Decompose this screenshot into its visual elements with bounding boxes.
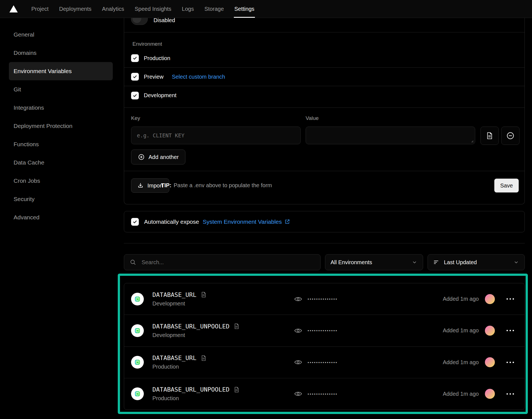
env-var-row[interactable]: DATABASE_URL_UNPOOLED Production •••••••… <box>124 378 525 410</box>
neon-logo-icon <box>133 295 142 303</box>
env-var-info: DATABASE_URL Development <box>152 291 207 307</box>
neon-integration-icon <box>131 293 144 305</box>
divider <box>124 243 525 243</box>
expose-system-env-checkbox[interactable] <box>131 218 139 226</box>
nav-tab-analytics[interactable]: Analytics <box>97 0 129 18</box>
sidebar-item-functions[interactable]: Functions <box>9 135 113 153</box>
sidebar-item-environment-variables[interactable]: Environment Variables <box>9 62 113 80</box>
nav-tab-deployments[interactable]: Deployments <box>54 0 97 18</box>
note-icon[interactable] <box>233 323 240 330</box>
sort-dropdown-value: Last Updated <box>444 259 509 266</box>
neon-logo-icon <box>133 358 142 366</box>
development-checkbox[interactable] <box>131 92 139 99</box>
added-timestamp: Added 1m ago <box>443 359 479 366</box>
search-input[interactable] <box>141 259 315 266</box>
nav-tab-settings[interactable]: Settings <box>229 0 260 18</box>
nav-tab-label: Logs <box>182 6 194 12</box>
nav-tab-label: Project <box>31 6 48 12</box>
eye-icon[interactable] <box>294 390 302 397</box>
note-icon[interactable] <box>200 355 207 361</box>
eye-icon[interactable] <box>294 359 302 366</box>
env-var-meta: Added 1m ago <box>443 326 515 336</box>
paste-env-file-button[interactable] <box>480 127 499 145</box>
masked-value: •••••••••••••• <box>308 297 338 301</box>
nav-tab-storage[interactable]: Storage <box>199 0 229 18</box>
environment-section-label: Environment <box>132 41 162 47</box>
add-env-var-panel: Disabled Environment Production Preview … <box>124 8 525 204</box>
value-input[interactable] <box>306 127 475 144</box>
add-another-label: Add another <box>149 154 179 160</box>
env-var-key: DATABASE_URL <box>152 354 196 361</box>
env-var-key: DATABASE_URL <box>152 291 196 298</box>
key-input[interactable] <box>131 127 301 144</box>
note-icon[interactable] <box>200 291 207 298</box>
env-var-environment: Production <box>152 364 207 370</box>
search-box <box>124 254 321 270</box>
divider <box>124 107 525 108</box>
tip-text: TIP:Paste a .env above to populate the f… <box>161 182 272 189</box>
import-download-icon <box>137 182 144 189</box>
nav-tab-project[interactable]: Project <box>26 0 54 18</box>
env-var-secret: •••••••••••••• <box>294 295 338 303</box>
row-menu-button[interactable] <box>506 328 515 333</box>
nav-tab-label: Analytics <box>102 6 124 12</box>
vercel-logo[interactable] <box>0 0 26 18</box>
divider <box>124 171 525 171</box>
environment-option-preview: Preview Select custom branch <box>124 68 525 86</box>
nav-tab-label: Settings <box>234 6 254 12</box>
check-icon <box>133 93 137 98</box>
sidebar-item-domains[interactable]: Domains <box>9 44 113 62</box>
user-avatar <box>485 294 495 304</box>
user-avatar <box>485 389 495 399</box>
sidebar-item-git[interactable]: Git <box>9 80 113 99</box>
eye-icon[interactable] <box>294 295 302 303</box>
neon-integration-icon <box>131 324 144 337</box>
check-icon <box>133 220 137 224</box>
key-field-label: Key <box>131 115 140 121</box>
masked-value: •••••••••••••• <box>308 328 338 333</box>
expose-label: Automatically expose <box>144 219 199 225</box>
sidebar-item-cron-jobs[interactable]: Cron Jobs <box>9 172 113 190</box>
system-env-vars-panel: Automatically expose System Environment … <box>124 211 525 232</box>
save-button[interactable]: Save <box>494 179 519 192</box>
env-var-environment: Development <box>152 332 240 338</box>
eye-icon[interactable] <box>294 327 302 334</box>
value-input-wrap <box>306 127 475 144</box>
production-checkbox[interactable] <box>131 54 139 62</box>
sort-dropdown[interactable]: Last Updated <box>428 254 525 270</box>
production-checkbox-label: Production <box>144 55 170 61</box>
row-menu-button[interactable] <box>506 392 515 396</box>
env-var-environment: Production <box>152 395 240 402</box>
sidebar-item-deployment-protection[interactable]: Deployment Protection <box>9 117 113 135</box>
sidebar-item-general[interactable]: General <box>9 25 113 44</box>
environment-filter-dropdown[interactable]: All Environments <box>325 254 423 270</box>
env-var-row[interactable]: DATABASE_URL Production •••••••••••••• A… <box>124 346 525 378</box>
select-custom-branch-link[interactable]: Select custom branch <box>172 74 225 80</box>
nav-tab-speed-insights[interactable]: Speed Insights <box>129 0 177 18</box>
env-var-info: DATABASE_URL_UNPOOLED Production <box>152 386 240 402</box>
nav-tab-logs[interactable]: Logs <box>177 0 199 18</box>
preview-checkbox[interactable] <box>131 73 139 81</box>
system-env-vars-link[interactable]: System Environment Variables <box>203 219 290 225</box>
vercel-triangle-icon <box>9 5 18 12</box>
sidebar-item-advanced[interactable]: Advanced <box>9 208 113 227</box>
masked-value: •••••••••••••• <box>308 360 338 365</box>
sidebar-item-security[interactable]: Security <box>9 190 113 208</box>
toggle-label: Disabled <box>154 17 175 24</box>
remove-row-button[interactable] <box>501 127 520 145</box>
env-var-row[interactable]: DATABASE_URL Development •••••••••••••• … <box>124 283 525 315</box>
sidebar-item-data-cache[interactable]: Data Cache <box>9 153 113 172</box>
env-var-key: DATABASE_URL_UNPOOLED <box>152 323 229 330</box>
search-icon <box>130 259 136 266</box>
chevron-down-icon <box>513 259 519 265</box>
env-var-row[interactable]: DATABASE_URL_UNPOOLED Development ••••••… <box>124 315 525 346</box>
note-icon[interactable] <box>233 386 240 393</box>
add-another-button[interactable]: Add another <box>131 150 185 164</box>
check-icon <box>133 74 137 79</box>
sidebar-item-integrations[interactable]: Integrations <box>9 99 113 117</box>
neon-integration-icon <box>131 356 144 369</box>
env-var-secret: •••••••••••••• <box>294 390 338 397</box>
added-timestamp: Added 1m ago <box>443 327 479 334</box>
row-menu-button[interactable] <box>506 297 515 301</box>
row-menu-button[interactable] <box>506 360 515 365</box>
